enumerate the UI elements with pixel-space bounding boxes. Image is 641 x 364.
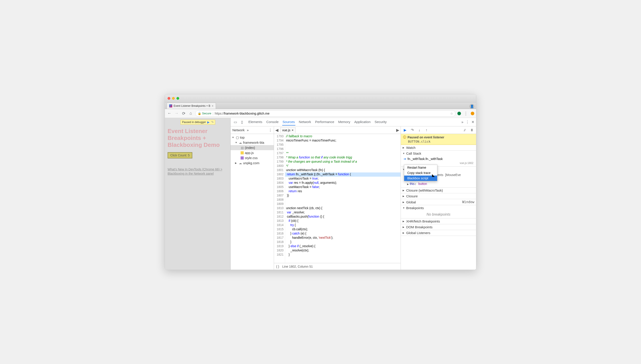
current-frame-icon: ➔ <box>404 157 406 161</box>
resume-button[interactable]: ▶ <box>403 128 408 132</box>
info-icon: ⓘ <box>403 135 406 139</box>
address-bar: ← → ⟳ ⌂ 🔒 Secure | https://framework-bla… <box>165 109 476 118</box>
navigator-header: Network » ⋮ <box>230 126 274 134</box>
paused-banner: ⓘPaused on event listener BUTTON.click <box>401 134 476 145</box>
step-over-button[interactable]: ↷ <box>410 128 415 132</box>
debugger-panel: ▶ ↷ ↓ ↑ ⫽ ⏸ ⓘPaused on event listener BU… <box>401 126 476 270</box>
paused-overlay: Paused in debugger ▶ ↷ <box>180 120 215 124</box>
extension-icon[interactable] <box>471 112 474 115</box>
tab-network[interactable]: Network <box>298 118 312 126</box>
navigator-menu-icon[interactable]: ⋮ <box>269 128 272 132</box>
file-tree: ▼▢top ▼☁framework-bla ▤(index) app.js st… <box>230 134 274 166</box>
tree-domain[interactable]: ▼☁framework-bla <box>230 140 274 145</box>
paused-target: BUTTON.click <box>408 140 474 143</box>
tab-performance[interactable]: Performance <box>315 118 335 126</box>
editor-tab[interactable]: vue.js × <box>280 127 296 133</box>
step-icon[interactable]: ↷ <box>211 120 214 124</box>
code-lines: // fallback to macromicroTimerFunc = mac… <box>285 134 400 263</box>
close-window-icon[interactable] <box>168 97 170 100</box>
maximize-window-icon[interactable] <box>176 97 179 100</box>
browser-window: Event Listener Breakpoints + B × 👤 ← → ⟳… <box>165 94 476 270</box>
debugger-toolbar: ▶ ↷ ↓ ↑ ⫽ ⏸ <box>401 126 476 134</box>
forward-button[interactable]: → <box>174 111 179 116</box>
breakpoints-section[interactable]: ▼Breakpoints <box>401 205 476 211</box>
titlebar <box>165 94 476 102</box>
xhr-section[interactable]: ▶XHR/fetch Breakpoints <box>401 218 476 224</box>
devtools-menu-icon[interactable]: ⋮ <box>466 120 469 124</box>
tree-file-appjs[interactable]: app.js <box>230 150 274 155</box>
devtools-toolbar: ▭ ▯ Elements Console Sources Network Per… <box>230 118 476 126</box>
pause-exceptions-button[interactable]: ⏸ <box>470 128 474 132</box>
step-out-button[interactable]: ↑ <box>424 128 429 132</box>
editor-statusbar: { } Line 1802, Column 51 <box>274 263 400 270</box>
editor-tab-close-icon[interactable]: × <box>292 128 294 132</box>
no-breakpoints-label: No breakpoints <box>401 211 476 218</box>
tree-top[interactable]: ▼▢top <box>230 135 274 140</box>
nav-prev-icon[interactable]: ◀ <box>275 128 278 132</box>
closure1-section[interactable]: ▶Closure (withMacroTask) <box>401 188 476 193</box>
tab-memory[interactable]: Memory <box>338 118 351 126</box>
favicon-icon <box>169 104 172 108</box>
ctx-restart-frame[interactable]: Restart frame <box>404 165 437 170</box>
listeners-section[interactable]: ▶Global Listeners <box>401 230 476 236</box>
omnibox[interactable]: 🔒 Secure | https://framework-blackboxing… <box>195 110 456 116</box>
global-section[interactable]: ▶GlobalWindow <box>401 199 476 205</box>
tab-close-icon[interactable]: × <box>212 104 214 108</box>
window-controls <box>168 97 179 100</box>
paused-label: Paused in debugger <box>182 120 206 124</box>
more-tabs-icon[interactable]: » <box>462 120 464 124</box>
tab-elements[interactable]: Elements <box>248 118 263 126</box>
star-icon[interactable]: ☆ <box>450 112 453 115</box>
pretty-print-icon[interactable]: { } <box>276 265 279 268</box>
url-text: https://framework-blackboxing.glitch.me <box>215 112 270 115</box>
devtools-tabs: Elements Console Sources Network Perform… <box>248 118 387 126</box>
watch-section[interactable]: ▶Watch <box>401 145 476 150</box>
docs-link[interactable]: What's New In DevTools (Chrome 66) > Bla… <box>168 167 228 176</box>
content: Paused in debugger ▶ ↷ Event Listener Br… <box>165 118 476 270</box>
navigator-panel: Network » ⋮ ▼▢top ▼☁framework-bla ▤(inde… <box>230 126 274 270</box>
devtools: ▭ ▯ Elements Console Sources Network Per… <box>230 118 476 270</box>
step-into-button[interactable]: ↓ <box>417 128 422 132</box>
tab-application[interactable]: Application <box>354 118 371 126</box>
tree-file-index[interactable]: ▤(index) <box>230 145 274 150</box>
tree-file-stylecss[interactable]: style.css <box>230 155 274 160</box>
browser-tab[interactable]: Event Listener Breakpoints + B × <box>167 102 216 109</box>
closure2-section[interactable]: ▶Closure <box>401 193 476 199</box>
menu-icon[interactable]: ⋮ <box>463 111 468 116</box>
back-button[interactable]: ← <box>167 111 172 116</box>
home-button[interactable]: ⌂ <box>188 111 194 116</box>
click-count-button[interactable]: Click Count: 5 <box>168 152 192 158</box>
nav-next-icon[interactable]: ▶ <box>396 128 399 132</box>
line-gutter: 1793179417951796179717981799180018011802… <box>274 134 285 263</box>
frame-location: vue.js:1802 <box>460 162 474 165</box>
device-toggle-icon[interactable]: ▯ <box>239 119 245 125</box>
resume-icon[interactable]: ▶ <box>207 120 210 124</box>
extensions: ⋮ <box>458 111 474 116</box>
devtools-close-icon[interactable]: ✕ <box>472 120 474 124</box>
tab-security[interactable]: Security <box>374 118 387 126</box>
extension-icon[interactable] <box>458 112 461 115</box>
page-title: Event Listener Breakpoints + Blackboxing… <box>168 128 228 149</box>
reload-button[interactable]: ⟳ <box>181 111 186 116</box>
profile-avatar-icon[interactable]: 👤 <box>470 104 474 109</box>
callstack-section[interactable]: ▼Call Stack <box>401 151 476 156</box>
rendered-page: Paused in debugger ▶ ↷ Event Listener Br… <box>165 118 230 270</box>
tab-sources[interactable]: Sources <box>282 118 295 126</box>
dom-section[interactable]: ▶DOM Breakpoints <box>401 224 476 230</box>
secure-badge: 🔒 Secure <box>198 112 211 115</box>
tab-console[interactable]: Console <box>266 118 279 126</box>
deactivate-breakpoints-button[interactable]: ⫽ <box>462 128 467 132</box>
cursor-position: Line 1802, Column 51 <box>282 265 313 268</box>
scope-this[interactable]: ▶this: button <box>403 182 474 186</box>
navigator-more-icon[interactable]: » <box>247 128 248 132</box>
code-editor[interactable]: 1793179417951796179717981799180018011802… <box>274 134 400 263</box>
inspect-icon[interactable]: ▭ <box>232 119 238 125</box>
stack-frame[interactable]: ➔ fn._withTask.fn._withTask <box>403 157 474 161</box>
context-menu: Restart frame Copy stack trace Blackbox … <box>404 165 437 181</box>
tab-title: Event Listener Breakpoints + B <box>174 104 210 108</box>
editor-tabs: ◀ vue.js × ▶ <box>274 126 400 134</box>
tabstrip: Event Listener Breakpoints + B × 👤 <box>165 102 476 109</box>
tree-cdn[interactable]: ▶☁unpkg.com <box>230 160 274 166</box>
mouse-cursor-icon: ◣ <box>432 173 435 177</box>
minimize-window-icon[interactable] <box>172 97 175 100</box>
